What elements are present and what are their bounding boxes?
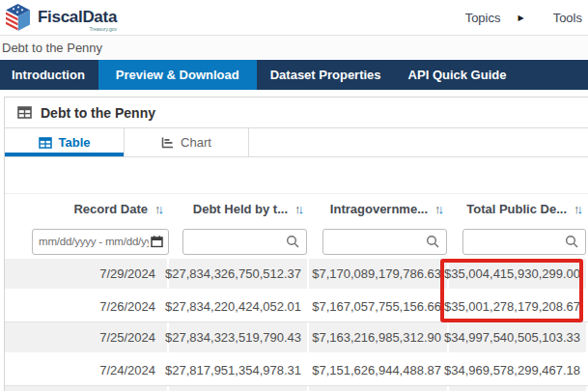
tab-preview-download[interactable]: Preview & Download [98,60,257,90]
table-row: 7/29/2024 $27,834,326,750,512.37 $7,170,… [5,259,588,291]
cell-intragov: $7,163,216,985,312.90 [309,322,449,352]
fiscaldata-logo[interactable]: FiscalData Treasury.gov [4,3,117,33]
logo-wordmark: FiscalData [38,9,117,25]
cell-total-debt: $35,001,278,179,208.67 [449,291,588,321]
search-icon [565,235,578,248]
cell-total-debt: $34,997,540,505,103.33 [449,322,588,352]
cell-total-debt: $34,969,578,299,467.18 [449,354,588,385]
column-header-total-public-debt[interactable]: Total Public De... ↑↓ [449,202,588,216]
data-table: Record Date ↑↓ Debt Held by t... ↑↓ Intr… [5,193,588,391]
table-view-label: Table [59,135,91,150]
table-view-icon [39,137,52,149]
cell-record-date: 7/24/2024 [5,354,169,385]
dataset-title: Debt to the Penny [41,105,155,121]
sort-icon[interactable]: ↑↓ [574,202,580,216]
topics-menu[interactable]: Topics [462,11,505,25]
logo-subtitle: Treasury.gov [89,27,117,32]
tab-introduction[interactable]: Introduction [0,60,98,90]
date-filter-cell [5,224,169,259]
table-filter-row [5,224,588,259]
cell-debt-held: $27,834,326,750,512.37 [169,259,309,289]
table-grid-icon [17,106,32,119]
dataset-card-header: Debt to the Penny [5,98,588,128]
date-range-input[interactable] [32,229,169,255]
site-header: FiscalData Treasury.gov Topics ▶ Tools [0,0,588,35]
cell-debt-held [169,386,309,391]
column-label: Total Public De... [466,202,567,216]
cell-total-debt [449,386,588,391]
tools-menu[interactable]: Tools [549,11,586,25]
cell-intragov: $7,167,057,755,156.66 [309,291,449,321]
cell-debt-held: $27,834,323,519,790.43 [169,322,309,352]
tab-api-quick-guide[interactable]: API Quick Guide [395,60,520,90]
tab-dataset-properties[interactable]: Dataset Properties [257,60,395,90]
table-row: 7/24/2024 $27,817,951,354,978.31 $7,151,… [5,354,588,386]
column-label: Record Date [73,202,148,216]
sort-icon[interactable]: ↑↓ [294,202,301,216]
column-header-debt-held[interactable]: Debt Held by t... ↑↓ [169,202,309,216]
cell-intragov [309,386,449,391]
dataset-section-nav: Introduction Preview & Download Dataset … [0,60,588,90]
tab-chart-view[interactable]: Chart [124,128,249,156]
sort-icon[interactable]: ↑↓ [154,202,161,216]
search-filter-cell-intragov [309,224,449,259]
cell-record-date [5,386,169,391]
search-icon [286,235,299,248]
chart-view-icon [161,137,174,149]
cell-debt-held: $27,817,951,354,978.31 [169,354,309,385]
search-icon [426,235,439,248]
cell-record-date: 7/26/2024 [5,291,169,321]
sort-icon[interactable]: ↑↓ [434,202,441,216]
column-label: Intragovernme... [330,202,428,216]
cell-intragov: $7,170,089,179,786.63 [309,259,449,289]
column-header-record-date[interactable]: Record Date ↑↓ [5,202,169,216]
table-header-row: Record Date ↑↓ Debt Held by t... ↑↓ Intr… [5,193,588,224]
chart-view-label: Chart [181,135,211,150]
view-toggle-tabs: Table Chart [5,128,588,157]
breadcrumb: Debt to the Penny [2,41,102,55]
topics-expand-arrow-icon[interactable]: ▶ [518,14,523,22]
table-row-partial [5,386,588,391]
cell-record-date: 7/29/2024 [5,259,169,289]
dataset-preview-card: Debt to the Penny Table [4,97,588,391]
table-top-spacer [5,157,588,193]
cell-total-debt: $35,004,415,930,299.00 [449,259,588,289]
cell-record-date: 7/25/2024 [5,322,169,352]
cell-intragov: $7,151,626,944,488.87 [309,354,449,385]
table-row: 7/26/2024 $27,834,220,424,052.01 $7,167,… [5,291,588,322]
column-label: Debt Held by t... [193,202,288,216]
column-header-intragovernmental[interactable]: Intragovernme... ↑↓ [309,202,449,216]
top-nav: Topics ▶ Tools [462,11,586,25]
cell-debt-held: $27,834,220,424,052.01 [169,291,309,321]
table-row: 7/25/2024 $27,834,323,519,790.43 $7,163,… [5,322,588,354]
calendar-icon[interactable] [151,236,163,248]
search-filter-cell-total-debt [449,224,588,259]
tab-table-view[interactable]: Table [5,128,124,156]
fiscaldata-cube-icon [4,3,32,33]
breadcrumb-bar: Debt to the Penny [0,35,588,60]
search-filter-cell-debt-held [169,224,309,259]
